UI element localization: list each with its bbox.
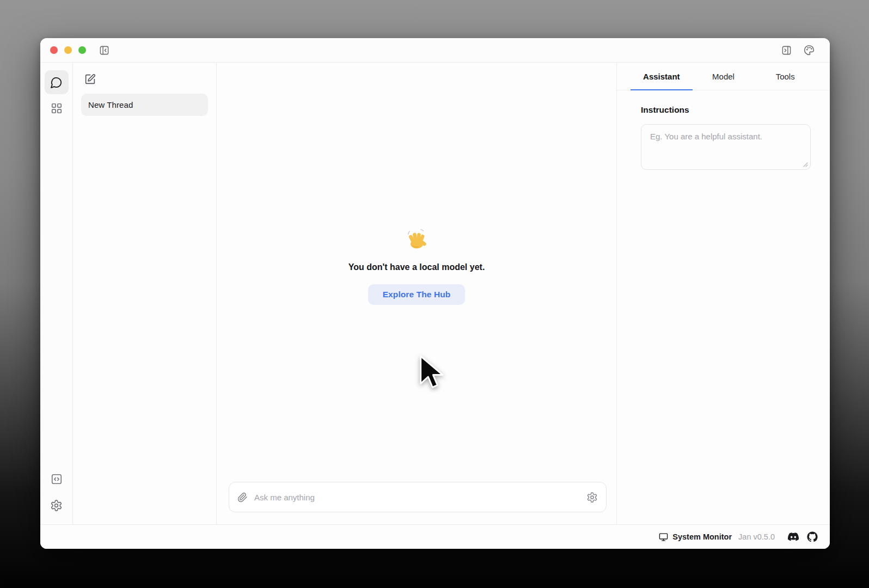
assistant-settings-panel: Assistant Model Tools Instructions (616, 63, 830, 524)
thread-title: New Thread (88, 100, 133, 109)
collapse-left-panel-icon (99, 45, 109, 56)
theme-palette-button[interactable] (804, 45, 815, 56)
right-panel-tabs: Assistant Model Tools (617, 63, 830, 90)
hub-grid-icon (51, 102, 63, 114)
close-window-button[interactable] (50, 46, 58, 54)
app-version: Jan v0.5.0 (738, 532, 775, 541)
app-body: New Thread (40, 63, 830, 524)
github-icon (807, 531, 818, 542)
settings-button[interactable] (45, 493, 69, 517)
discord-icon (788, 531, 799, 542)
instructions-label: Instructions (641, 105, 811, 115)
chat-bubble-icon (50, 76, 63, 89)
desktop-background: New Thread (0, 0, 869, 588)
new-thread-compose-button[interactable] (84, 74, 96, 85)
local-api-server-button[interactable] (45, 467, 69, 491)
nav-hub-button[interactable] (45, 96, 69, 120)
chat-main-area: You don't have a local model yet. Explor… (217, 63, 616, 524)
compose-icon (84, 74, 96, 85)
toggle-right-panel-icon (781, 45, 792, 56)
waving-hand-emoji (405, 228, 428, 250)
toggle-right-panel-button[interactable] (781, 45, 792, 56)
system-monitor-button[interactable]: System Monitor (659, 532, 732, 542)
system-monitor-label: System Monitor (672, 532, 732, 541)
status-bar: System Monitor Jan v0.5.0 (40, 524, 830, 549)
monitor-icon (659, 532, 668, 542)
left-rail (40, 63, 73, 524)
tab-tools[interactable]: Tools (754, 63, 816, 90)
chat-input-box[interactable] (229, 482, 607, 512)
titlebar (40, 38, 830, 63)
jan-app-window: New Thread (40, 38, 830, 549)
zoom-window-button[interactable] (78, 46, 86, 54)
instructions-textarea[interactable] (641, 124, 811, 170)
settings-gear-icon (50, 499, 63, 512)
attachment-icon[interactable] (237, 492, 248, 503)
message-input[interactable] (254, 493, 586, 502)
nav-threads-button[interactable] (45, 70, 69, 94)
thread-list-item[interactable]: New Thread (81, 94, 208, 116)
tab-model[interactable]: Model (693, 63, 755, 90)
resize-grip-icon[interactable] (803, 162, 808, 167)
empty-state: You don't have a local model yet. Explor… (217, 228, 616, 305)
mouse-cursor (419, 354, 444, 390)
empty-state-message: You don't have a local model yet. (348, 262, 485, 272)
minimize-window-button[interactable] (64, 46, 72, 54)
thread-list-panel: New Thread (73, 63, 217, 524)
explore-hub-button[interactable]: Explore The Hub (368, 284, 466, 305)
collapse-left-panel-button[interactable] (99, 45, 109, 56)
theme-palette-icon (804, 45, 815, 56)
github-link[interactable] (807, 531, 818, 542)
input-settings-icon[interactable] (586, 492, 598, 503)
assistant-tab-content: Instructions (617, 90, 830, 170)
discord-link[interactable] (788, 531, 799, 542)
window-controls (50, 46, 86, 54)
local-api-server-icon (51, 473, 63, 485)
tab-assistant[interactable]: Assistant (631, 63, 693, 90)
